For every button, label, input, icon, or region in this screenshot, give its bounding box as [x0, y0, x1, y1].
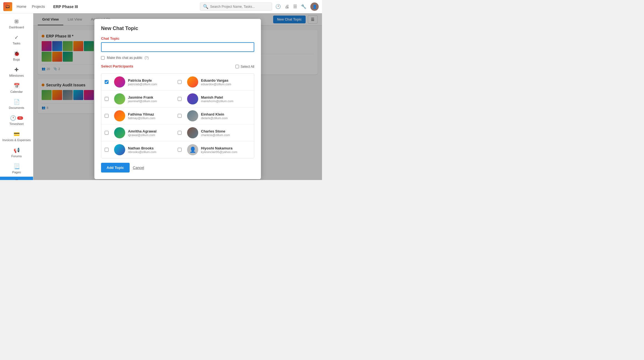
- participant-info-einhard: Einhard Klein dieterk@zillum.com: [201, 112, 228, 120]
- select-all-label: Select All: [241, 65, 254, 69]
- participant-checkbox-einhard[interactable]: [178, 114, 182, 118]
- participant-info-amritha: Amritha Agrawal igrawal@zillum.com: [128, 129, 157, 137]
- participant-info-hiyoshi: Hiyoshi Nakamura kylesinclair95@yahoo.co…: [201, 146, 237, 154]
- participant-email-amritha: igrawal@zillum.com: [128, 133, 157, 137]
- search-input[interactable]: [210, 5, 269, 9]
- participant-email-jasmine: jasminef@zillum.com: [128, 99, 157, 103]
- participant-info-manish: Manish Patel manishcrm@zillum.com: [201, 95, 233, 103]
- participant-avatar-hiyoshi: 👤: [187, 144, 198, 155]
- participant-avatar-manish: [187, 93, 198, 104]
- timesheet-icon: 🕐: [10, 115, 16, 121]
- modal-footer: Add Topic Cancel: [101, 163, 254, 172]
- participant-einhard: Einhard Klein dieterk@zillum.com: [178, 110, 251, 121]
- participant-email-manish: manishcrm@zillum.com: [201, 99, 233, 103]
- search-icon: 🔍: [203, 4, 208, 9]
- sidebar-item-invoices[interactable]: 💳 Invoices & Expenses: [0, 128, 33, 144]
- participant-info-patricia: Patricia Boyle patriciab@zillum.com: [128, 78, 157, 86]
- participant-checkbox-fathima[interactable]: [105, 114, 109, 118]
- project-title: ERP Phase III: [53, 4, 200, 9]
- select-all-row: Select All: [235, 65, 254, 69]
- sidebar-label-invoices: Invoices & Expenses: [2, 138, 31, 142]
- participant-checkbox-charles[interactable]: [178, 131, 182, 135]
- participant-info-eduardo: Eduardo Vargas eduardov@zillum.com: [201, 78, 231, 86]
- sidebar-item-milestones[interactable]: ✚ Milestones: [0, 64, 33, 80]
- sidebar-item-tasks[interactable]: ✓ Tasks: [0, 32, 33, 48]
- chat-topic-label: Chat Topic: [101, 36, 254, 41]
- participant-email-fathima: fatimay@zillum.com: [128, 116, 155, 120]
- sidebar-item-bugs[interactable]: 🐞 Bugs: [0, 48, 33, 64]
- participant-info-nathan: Nathan Brooks nbrooks@zillum.com: [128, 146, 156, 154]
- sidebar-item-documents[interactable]: 📄 Documents: [0, 96, 33, 112]
- participant-checkbox-nathan[interactable]: [105, 148, 109, 152]
- tasks-icon: ✓: [14, 34, 19, 41]
- participant-name-fathima: Fathima Yilmaz: [128, 112, 155, 116]
- participant-avatar-amritha: [114, 127, 125, 138]
- participant-avatar-nathan: [114, 144, 125, 155]
- settings-icon[interactable]: 🔧: [301, 4, 306, 9]
- participant-name-jasmine: Jasmine Frank: [128, 95, 157, 99]
- milestones-icon: ✚: [14, 67, 19, 73]
- participant-email-eduardo: eduardov@zillum.com: [201, 82, 231, 86]
- participant-fathima: Fathima Yilmaz fatimay@zillum.com: [105, 110, 178, 121]
- sidebar-item-pages[interactable]: 📃 Pages: [0, 161, 33, 177]
- participant-avatar-charles: [187, 127, 198, 138]
- participant-name-manish: Manish Patel: [201, 95, 233, 99]
- sidebar-item-forums[interactable]: 📢 Forums: [0, 144, 33, 161]
- sidebar-item-dashboard[interactable]: ⊞ Dashboard: [0, 16, 33, 32]
- nav-projects[interactable]: Projects: [32, 4, 45, 9]
- participant-email-patricia: patriciab@zillum.com: [128, 82, 157, 86]
- sidebar-item-calendar[interactable]: 📅 Calendar: [0, 80, 33, 96]
- nav-home[interactable]: Home: [17, 4, 26, 9]
- print-icon[interactable]: 🖨: [285, 4, 289, 9]
- participant-checkbox-eduardo[interactable]: [178, 80, 182, 84]
- history-icon[interactable]: 🕐: [275, 4, 281, 9]
- participant-row: Fathima Yilmaz fatimay@zillum.com Einhar…: [101, 108, 254, 124]
- public-chat-row: Make this chat as public (?): [101, 56, 254, 60]
- participant-avatar-einhard: [187, 110, 198, 121]
- user-avatar[interactable]: 👤: [310, 2, 319, 11]
- sidebar-label-bugs: Bugs: [13, 58, 20, 61]
- forums-icon: 📢: [14, 147, 20, 153]
- participants-label: Select Participants: [101, 64, 133, 68]
- participant-eduardo: Eduardo Vargas eduardov@zillum.com: [178, 76, 251, 88]
- participant-row: Jasmine Frank jasminef@zillum.com Manish…: [101, 91, 254, 108]
- main-content: Grid View List View Archived Ch New Chat…: [33, 13, 322, 180]
- select-all-checkbox[interactable]: [235, 65, 239, 68]
- sidebar-item-chat[interactable]: 💬 Chat: [0, 177, 33, 180]
- participant-email-hiyoshi: kylesinclair95@yahoo.com: [201, 150, 237, 154]
- sidebar: ⊞ Dashboard ✓ Tasks 🐞 Bugs ✚ Milestones …: [0, 13, 33, 180]
- dashboard-icon: ⊞: [14, 18, 19, 24]
- chat-icon: 💬: [14, 179, 20, 180]
- cancel-button[interactable]: Cancel: [133, 166, 144, 170]
- public-chat-checkbox[interactable]: [101, 56, 105, 60]
- list-icon[interactable]: ☰: [293, 4, 297, 9]
- sidebar-label-timesheet: Timesheet: [9, 122, 24, 126]
- participant-amritha: Amritha Agrawal igrawal@zillum.com: [105, 127, 178, 138]
- pages-icon: 📃: [14, 163, 20, 169]
- sidebar-label-forums: Forums: [11, 154, 22, 158]
- add-topic-button[interactable]: Add Topic: [101, 163, 130, 172]
- participant-nathan: Nathan Brooks nbrooks@zillum.com: [105, 144, 178, 155]
- participant-checkbox-patricia[interactable]: [105, 80, 109, 84]
- sidebar-item-timesheet[interactable]: 🕐 71 Timesheet: [0, 112, 33, 128]
- participant-checkbox-manish[interactable]: [178, 97, 182, 101]
- sidebar-label-calendar: Calendar: [10, 90, 23, 93]
- participant-name-hiyoshi: Hiyoshi Nakamura: [201, 146, 237, 150]
- participant-name-patricia: Patricia Boyle: [128, 78, 157, 82]
- chat-topic-input[interactable]: [101, 42, 254, 52]
- participant-checkbox-hiyoshi[interactable]: [178, 148, 182, 152]
- participant-row: Amritha Agrawal igrawal@zillum.com Charl…: [101, 124, 254, 141]
- modal-title: New Chat Topic: [101, 26, 254, 31]
- app-logo: 🗂: [3, 2, 12, 11]
- participant-name-charles: Charles Stone: [201, 129, 230, 133]
- top-nav: 🗂 Home Projects ERP Phase III 🔍 🕐 🖨 ☰ 🔧 …: [0, 0, 322, 13]
- invoices-icon: 💳: [14, 131, 20, 137]
- new-chat-topic-modal: New Chat Topic Chat Topic Make this chat…: [94, 19, 261, 179]
- participant-info-fathima: Fathima Yilmaz fatimay@zillum.com: [128, 112, 155, 120]
- participant-avatar-eduardo: [187, 76, 198, 88]
- participant-checkbox-amritha[interactable]: [105, 131, 109, 135]
- sidebar-label-milestones: Milestones: [9, 74, 24, 77]
- sidebar-label-documents: Documents: [9, 106, 24, 109]
- timesheet-badge: 71: [17, 116, 23, 120]
- participant-checkbox-jasmine[interactable]: [105, 97, 109, 101]
